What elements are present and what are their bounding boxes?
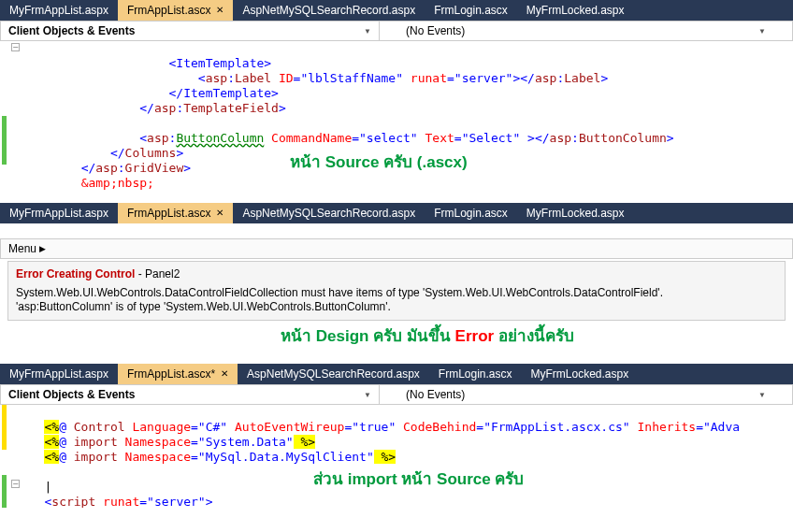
fold-minus-icon[interactable]: − — [11, 43, 20, 51]
object-dropdown[interactable]: Client Objects & Events▼ — [1, 385, 380, 404]
tab-bar-2: MyFrmAppList.aspx FrmAppList.ascx✕ AspNe… — [0, 203, 793, 223]
code-editor-3[interactable]: − <%@ Control Language="C#" AutoEventWir… — [0, 405, 793, 508]
tab[interactable]: MyFrmLocked.aspx — [517, 203, 634, 223]
tab[interactable]: AspNetMySQLSearchRecord.aspx — [233, 203, 425, 223]
tab[interactable]: FrmLogin.ascx — [425, 0, 517, 21]
tab-bar-1: MyFrmAppList.aspx FrmAppList.ascx✕ AspNe… — [0, 0, 793, 21]
code-lines: <%@ Control Language="C#" AutoEventWireu… — [21, 405, 740, 508]
chevron-down-icon: ▼ — [758, 27, 766, 36]
tab[interactable]: MyFrmAppList.aspx — [0, 0, 118, 21]
close-icon[interactable]: ✕ — [221, 369, 228, 379]
menu-row[interactable]: Menu▶ — [0, 238, 793, 259]
error-panel: Error Creating Control - Panel2 System.W… — [7, 261, 786, 321]
chevron-down-icon: ▼ — [364, 391, 371, 399]
fold-minus-icon[interactable]: − — [11, 480, 20, 488]
change-bar — [2, 475, 7, 508]
tab-active[interactable]: FrmAppList.ascx✕ — [118, 0, 233, 21]
tab-active[interactable]: FrmAppList.ascx✕ — [118, 203, 233, 223]
tab-active[interactable]: FrmAppList.ascx*✕ — [118, 364, 238, 384]
tab[interactable]: FrmLogin.ascx — [429, 364, 522, 384]
tab[interactable]: AspNetMySQLSearchRecord.aspx — [233, 0, 425, 21]
annotation-source: หน้า Source ครับ (.ascx) — [290, 155, 468, 170]
close-icon[interactable]: ✕ — [216, 208, 223, 218]
error-title: Error Creating Control - Panel2 — [16, 267, 777, 280]
tab[interactable]: MyFrmAppList.aspx — [0, 364, 118, 384]
event-dropdown[interactable]: (No Events)▼ — [380, 22, 792, 40]
change-bar — [2, 405, 7, 450]
tab[interactable]: FrmLogin.ascx — [425, 203, 517, 223]
close-icon[interactable]: ✕ — [216, 6, 223, 15]
annotation-import: ส่วน import หน้า Source ครับ — [313, 472, 524, 487]
annotation-design: หน้า Design ครับ มันขึ้น Error อย่างนี้ค… — [281, 323, 574, 348]
tab[interactable]: MyFrmLocked.aspx — [517, 0, 634, 21]
change-bar — [2, 116, 7, 165]
tab[interactable]: MyFrmAppList.aspx — [0, 203, 118, 223]
object-dropdown[interactable]: Client Objects & Events▼ — [1, 22, 380, 40]
chevron-right-icon: ▶ — [39, 244, 46, 253]
error-body: System.Web.UI.WebControls.DataControlFie… — [16, 286, 777, 314]
chevron-down-icon: ▼ — [758, 391, 766, 399]
tab[interactable]: MyFrmLocked.aspx — [522, 364, 639, 384]
code-editor-1[interactable]: − <ItemTemplate> <asp:Label ID="lblStaff… — [0, 41, 793, 186]
tab-bar-3: MyFrmAppList.aspx FrmAppList.ascx*✕ AspN… — [0, 364, 793, 384]
chevron-down-icon: ▼ — [364, 27, 371, 36]
event-dropdown[interactable]: (No Events)▼ — [380, 385, 792, 404]
dropdown-bar-1: Client Objects & Events▼ (No Events)▼ — [0, 21, 793, 41]
tab[interactable]: AspNetMySQLSearchRecord.aspx — [238, 364, 429, 384]
dropdown-bar-3: Client Objects & Events▼ (No Events)▼ — [0, 384, 793, 405]
